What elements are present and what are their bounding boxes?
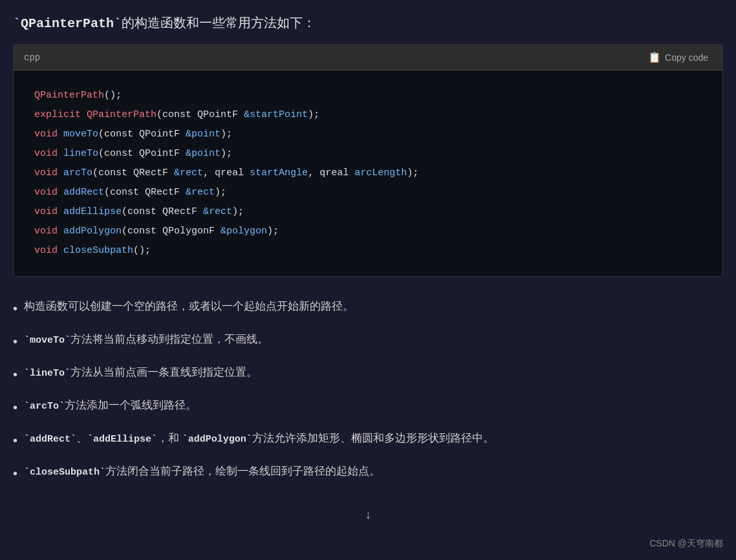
bullet-dot-3: • bbox=[13, 364, 17, 385]
bullet-item-4: • `arcTo`方法添加一个弧线到路径。 bbox=[13, 396, 723, 418]
bullet-text-5: `addRect`、`addEllipse`，和 `addPolygon`方法允… bbox=[24, 429, 494, 447]
copy-label: Copy code bbox=[665, 52, 708, 63]
watermark: CSDN @天穹南都 bbox=[649, 538, 723, 550]
code-block-wrapper: cpp 📋 Copy code QPainterPath(); explicit… bbox=[13, 44, 723, 277]
code-block-body: QPainterPath(); explicit QPainterPath(co… bbox=[14, 70, 722, 276]
copy-button[interactable]: 📋 Copy code bbox=[644, 50, 712, 65]
bullet-dot-4: • bbox=[13, 397, 17, 418]
bullet-text-6: `closeSubpath`方法闭合当前子路径，绘制一条线回到子路径的起始点。 bbox=[24, 462, 380, 480]
bullet-item-3: • `lineTo`方法从当前点画一条直线到指定位置。 bbox=[13, 363, 723, 385]
code-lang-label: cpp bbox=[24, 52, 40, 63]
bullet-item-1: • 构造函数可以创建一个空的路径，或者以一个起始点开始新的路径。 bbox=[13, 297, 723, 319]
code-block-header: cpp 📋 Copy code bbox=[14, 45, 722, 70]
title-section: `QPainterPath`的构造函数和一些常用方法如下： bbox=[13, 0, 723, 44]
down-arrow: ↓ bbox=[13, 507, 723, 522]
page-container: `QPainterPath`的构造函数和一些常用方法如下： cpp 📋 Copy… bbox=[0, 0, 736, 548]
bullet-dot-2: • bbox=[13, 331, 17, 352]
code-pre: QPainterPath(); explicit QPainterPath(co… bbox=[34, 86, 702, 261]
bullet-dot-1: • bbox=[13, 298, 17, 319]
bullet-item-5: • `addRect`、`addEllipse`，和 `addPolygon`方… bbox=[13, 429, 723, 451]
copy-icon: 📋 bbox=[648, 51, 661, 63]
page-title: `QPainterPath`的构造函数和一些常用方法如下： bbox=[13, 13, 723, 34]
bullet-dot-6: • bbox=[13, 463, 17, 484]
bullet-text-3: `lineTo`方法从当前点画一条直线到指定位置。 bbox=[24, 363, 257, 382]
bullet-item-6: • `closeSubpath`方法闭合当前子路径，绘制一条线回到子路径的起始点… bbox=[13, 462, 723, 484]
bullet-item-2: • `moveTo`方法将当前点移动到指定位置，不画线。 bbox=[13, 330, 723, 352]
bullet-text-2: `moveTo`方法将当前点移动到指定位置，不画线。 bbox=[24, 330, 268, 349]
bullet-text-4: `arcTo`方法添加一个弧线到路径。 bbox=[24, 396, 197, 415]
bullet-text-1: 构造函数可以创建一个空的路径，或者以一个起始点开始新的路径。 bbox=[24, 297, 354, 315]
bullet-list: • 构造函数可以创建一个空的路径，或者以一个起始点开始新的路径。 • `move… bbox=[13, 292, 723, 501]
bullet-dot-5: • bbox=[13, 430, 17, 451]
